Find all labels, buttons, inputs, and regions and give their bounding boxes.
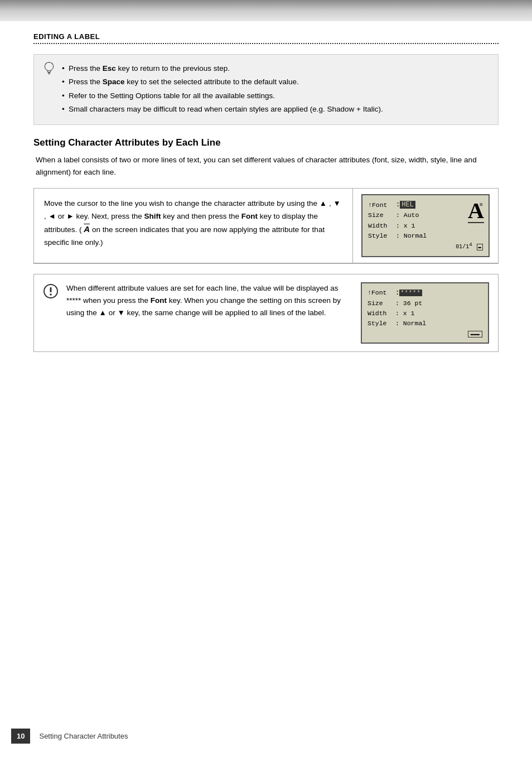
lcd-highlighted-stars: ***** (399, 290, 422, 296)
lcd-page-indicator: 4 (469, 242, 472, 248)
lcd-big-letter: A (468, 200, 484, 223)
font-key-1: Font (241, 212, 258, 220)
arrow-up-icon (320, 199, 327, 208)
exclamation-icon (43, 283, 59, 299)
lcd-row-font-1: ↑Font :HEL ≡ (368, 200, 483, 210)
tip-item-4: Small characters may be difficult to rea… (62, 103, 489, 115)
tip-item-3: Refer to the Setting Options table for a… (62, 90, 489, 102)
lcd-bottom-2: ▬▬▬ (367, 330, 482, 339)
lcd-value-font-1: :HEL (396, 200, 415, 210)
page-footer: 10 Setting Character Attributes (0, 729, 532, 744)
lcd-label-width-1: Width (368, 221, 396, 230)
lcd-value-style-1: : Normal (396, 231, 427, 240)
footer-label: Setting Character Attributes (39, 732, 128, 740)
tip-item-1: Press the Esc key to return to the previ… (62, 62, 489, 75)
divider (33, 43, 499, 44)
svg-line-5 (52, 63, 52, 64)
lcd-value-width-2: : x 1 (395, 308, 415, 318)
lcd-row-size-2: Size : 36 pt (367, 298, 482, 308)
lcd-big-a: A (468, 200, 484, 223)
svg-rect-1 (48, 73, 51, 74)
lcd-label-size-1: Size (368, 210, 396, 220)
lcd-value-width-1: : x 1 (396, 221, 415, 230)
content-area: EDITING A LABEL Press the Esc key to ret… (0, 21, 532, 384)
lcd-value-style-2: : Normal (395, 319, 426, 328)
lcd-battery-2: ▬▬▬ (468, 331, 482, 337)
lcd-value-size-2: : 36 pt (395, 298, 422, 308)
arrow-right-icon (66, 212, 74, 220)
table-cell-left-1: Move the cursor to the line you wish to … (34, 189, 353, 263)
lcd-bottom-1: 01/14 ▬ (368, 242, 483, 252)
subsection-intro: When a label consists of two or more lin… (33, 154, 499, 178)
svg-point-10 (50, 293, 52, 296)
lcd-screen-1: ↑Font :HEL ≡ Size : Auto Width : x 1 Sty… (361, 194, 490, 257)
tip-box: Press the Esc key to return to the previ… (33, 54, 499, 125)
lcd-row-width-2: Width : x 1 (367, 308, 482, 318)
lcd-label-style-2: Style (367, 319, 395, 328)
lcd-highlighted-hel: HEL (400, 201, 415, 209)
svg-rect-9 (50, 287, 52, 292)
note-screen: ↑Font :***** Size : 36 pt Width : x 1 St… (361, 282, 489, 344)
page-number: 10 (11, 729, 30, 744)
subsection-title: Setting Character Attributes by Each Lin… (33, 137, 499, 148)
lcd-row-size-1: Size : Auto (368, 210, 483, 220)
lcd-row-font-2: ↑Font :***** (367, 288, 482, 298)
lcd-label-size-2: Size (367, 298, 395, 308)
lcd-value-font-2: :***** (395, 288, 422, 298)
lcd-row-width-1: Width : x 1 (368, 221, 483, 230)
table-cell-right-1: ↑Font :HEL ≡ Size : Auto Width : x 1 Sty… (353, 189, 498, 263)
lcd-battery-1: ▬ (477, 244, 483, 250)
arrow-up-icon-2 (99, 308, 107, 317)
svg-rect-2 (48, 74, 50, 74)
lcd-label-width-2: Width (367, 308, 395, 318)
lightbulb-icon (42, 61, 56, 76)
overline-a-symbol: A (84, 223, 90, 237)
arrow-down-icon (333, 199, 340, 208)
note-text: When different attribute values are set … (66, 282, 353, 344)
lcd-value-size-1: : Auto (396, 210, 419, 220)
lcd-label-font-1: ↑Font (368, 200, 396, 210)
note-box: When different attribute values are set … (33, 274, 499, 352)
tip-item-2: Press the Space key to set the selected … (62, 76, 489, 88)
cell-text-1: Move the cursor to the line you wish to … (44, 199, 341, 246)
table-1: Move the cursor to the line you wish to … (33, 188, 499, 264)
lcd-label-style-1: Style (368, 231, 396, 240)
shift-key: Shift (144, 212, 161, 220)
svg-line-4 (46, 63, 46, 64)
lcd-label-font-2: ↑Font (367, 288, 395, 297)
section-title: EDITING A LABEL (33, 32, 499, 41)
tip-list: Press the Esc key to return to the previ… (62, 62, 489, 115)
arrow-down-icon-2 (117, 308, 124, 317)
lcd-row-style-2: Style : Normal (367, 319, 482, 328)
page-header (0, 0, 532, 21)
arrow-left-icon (49, 212, 56, 220)
lcd-screen-2: ↑Font :***** Size : 36 pt Width : x 1 St… (361, 282, 489, 344)
table-row-1: Move the cursor to the line you wish to … (34, 189, 498, 263)
lcd-row-style-1: Style : Normal (368, 231, 483, 240)
font-key-2: Font (151, 296, 167, 305)
